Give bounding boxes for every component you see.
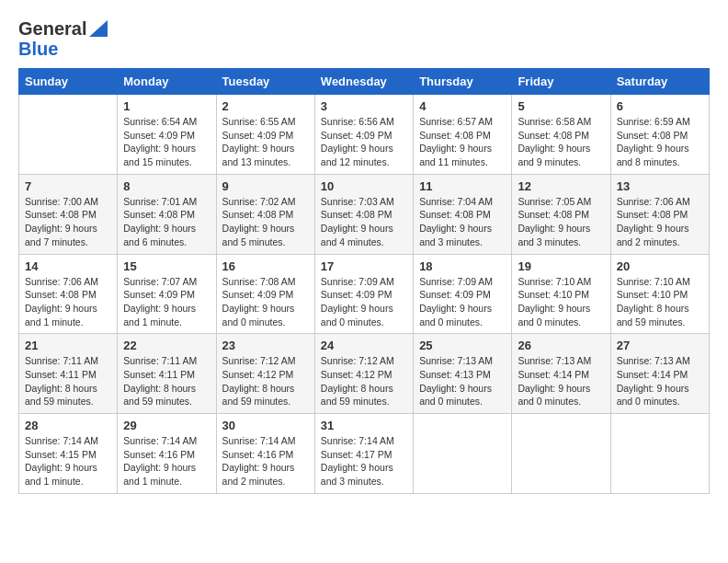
day-info: Sunrise: 6:58 AM Sunset: 4:08 PM Dayligh… [518,115,604,169]
calendar-cell: 10Sunrise: 7:03 AM Sunset: 4:08 PM Dayli… [314,174,413,254]
day-number: 22 [123,339,210,352]
day-info: Sunrise: 7:06 AM Sunset: 4:08 PM Dayligh… [617,195,703,249]
day-number: 20 [617,259,703,273]
day-info: Sunrise: 7:05 AM Sunset: 4:08 PM Dayligh… [518,195,604,249]
day-number: 24 [321,339,407,352]
day-number: 28 [25,419,111,432]
calendar-cell [19,95,118,175]
calendar-cell: 30Sunrise: 7:14 AM Sunset: 4:16 PM Dayli… [216,414,314,494]
day-number: 21 [25,339,111,352]
day-number: 14 [25,259,111,273]
day-info: Sunrise: 7:08 AM Sunset: 4:09 PM Dayligh… [222,275,309,329]
day-info: Sunrise: 7:10 AM Sunset: 4:10 PM Dayligh… [617,275,703,329]
header-day-sunday: Sunday [19,69,118,95]
calendar-cell: 26Sunrise: 7:13 AM Sunset: 4:14 PM Dayli… [512,334,610,414]
calendar-cell: 8Sunrise: 7:01 AM Sunset: 4:08 PM Daylig… [118,174,216,254]
day-info: Sunrise: 7:09 AM Sunset: 4:09 PM Dayligh… [419,275,506,329]
day-number: 17 [321,259,407,273]
logo-general-text: General [18,18,86,39]
calendar-cell: 1Sunrise: 6:54 AM Sunset: 4:09 PM Daylig… [118,95,216,175]
day-number: 2 [222,99,309,113]
calendar-cell [610,414,709,494]
logo-triangle-icon [89,20,108,37]
day-info: Sunrise: 7:11 AM Sunset: 4:11 PM Dayligh… [25,354,111,408]
day-number: 18 [419,259,506,273]
day-info: Sunrise: 7:00 AM Sunset: 4:08 PM Dayligh… [25,195,111,249]
day-number: 11 [419,179,506,193]
day-info: Sunrise: 6:57 AM Sunset: 4:08 PM Dayligh… [419,115,506,169]
day-number: 31 [321,419,407,432]
header-day-thursday: Thursday [414,69,512,95]
day-info: Sunrise: 7:14 AM Sunset: 4:16 PM Dayligh… [123,434,210,488]
day-number: 5 [518,99,604,113]
day-info: Sunrise: 7:12 AM Sunset: 4:12 PM Dayligh… [321,354,407,408]
day-info: Sunrise: 6:56 AM Sunset: 4:09 PM Dayligh… [321,115,407,169]
calendar-cell: 12Sunrise: 7:05 AM Sunset: 4:08 PM Dayli… [512,174,610,254]
header-day-friday: Friday [512,69,610,95]
day-number: 4 [419,99,506,113]
day-info: Sunrise: 7:01 AM Sunset: 4:08 PM Dayligh… [123,195,210,249]
calendar-cell [414,414,512,494]
week-row-4: 21Sunrise: 7:11 AM Sunset: 4:11 PM Dayli… [19,334,710,414]
calendar-cell: 5Sunrise: 6:58 AM Sunset: 4:08 PM Daylig… [512,95,610,175]
day-info: Sunrise: 7:14 AM Sunset: 4:17 PM Dayligh… [321,434,407,488]
day-number: 25 [419,339,506,352]
calendar-cell [512,414,610,494]
day-info: Sunrise: 7:04 AM Sunset: 4:08 PM Dayligh… [419,195,506,249]
day-info: Sunrise: 7:06 AM Sunset: 4:08 PM Dayligh… [25,275,111,329]
calendar-cell: 14Sunrise: 7:06 AM Sunset: 4:08 PM Dayli… [19,254,118,334]
week-row-5: 28Sunrise: 7:14 AM Sunset: 4:15 PM Dayli… [19,414,710,494]
calendar-cell: 31Sunrise: 7:14 AM Sunset: 4:17 PM Dayli… [314,414,413,494]
day-info: Sunrise: 6:55 AM Sunset: 4:09 PM Dayligh… [222,115,309,169]
day-number: 26 [518,339,604,352]
week-row-3: 14Sunrise: 7:06 AM Sunset: 4:08 PM Dayli… [19,254,710,334]
calendar-cell: 7Sunrise: 7:00 AM Sunset: 4:08 PM Daylig… [19,174,118,254]
calendar-cell: 18Sunrise: 7:09 AM Sunset: 4:09 PM Dayli… [414,254,512,334]
calendar-cell: 21Sunrise: 7:11 AM Sunset: 4:11 PM Dayli… [19,334,118,414]
day-info: Sunrise: 7:13 AM Sunset: 4:14 PM Dayligh… [617,354,703,408]
calendar-cell: 27Sunrise: 7:13 AM Sunset: 4:14 PM Dayli… [610,334,709,414]
day-info: Sunrise: 7:02 AM Sunset: 4:08 PM Dayligh… [222,195,309,249]
calendar-cell: 29Sunrise: 7:14 AM Sunset: 4:16 PM Dayli… [118,414,216,494]
calendar-cell: 11Sunrise: 7:04 AM Sunset: 4:08 PM Dayli… [414,174,512,254]
calendar-cell: 3Sunrise: 6:56 AM Sunset: 4:09 PM Daylig… [314,95,413,175]
day-info: Sunrise: 7:14 AM Sunset: 4:15 PM Dayligh… [25,434,111,488]
calendar-cell: 19Sunrise: 7:10 AM Sunset: 4:10 PM Dayli… [512,254,610,334]
day-number: 9 [222,179,309,193]
header-day-monday: Monday [118,69,216,95]
day-info: Sunrise: 7:12 AM Sunset: 4:12 PM Dayligh… [222,354,309,408]
calendar-cell: 17Sunrise: 7:09 AM Sunset: 4:09 PM Dayli… [314,254,413,334]
day-number: 19 [518,259,604,273]
day-info: Sunrise: 7:11 AM Sunset: 4:11 PM Dayligh… [123,354,210,408]
calendar-cell: 22Sunrise: 7:11 AM Sunset: 4:11 PM Dayli… [118,334,216,414]
calendar-cell: 25Sunrise: 7:13 AM Sunset: 4:13 PM Dayli… [414,334,512,414]
day-number: 10 [321,179,407,193]
day-info: Sunrise: 7:14 AM Sunset: 4:16 PM Dayligh… [222,434,309,488]
calendar-cell: 28Sunrise: 7:14 AM Sunset: 4:15 PM Dayli… [19,414,118,494]
calendar-cell: 9Sunrise: 7:02 AM Sunset: 4:08 PM Daylig… [216,174,314,254]
calendar-cell: 20Sunrise: 7:10 AM Sunset: 4:10 PM Dayli… [610,254,709,334]
day-number: 23 [222,339,309,352]
calendar-cell: 24Sunrise: 7:12 AM Sunset: 4:12 PM Dayli… [314,334,413,414]
header-day-saturday: Saturday [610,69,709,95]
day-number: 29 [123,419,210,432]
calendar-cell: 15Sunrise: 7:07 AM Sunset: 4:09 PM Dayli… [118,254,216,334]
day-number: 1 [123,99,210,113]
page-header: General Blue [18,18,710,59]
day-number: 16 [222,259,309,273]
day-info: Sunrise: 7:13 AM Sunset: 4:13 PM Dayligh… [419,354,506,408]
header-day-wednesday: Wednesday [314,69,413,95]
calendar-cell: 23Sunrise: 7:12 AM Sunset: 4:12 PM Dayli… [216,334,314,414]
day-number: 8 [123,179,210,193]
day-info: Sunrise: 7:09 AM Sunset: 4:09 PM Dayligh… [321,275,407,329]
svg-marker-0 [89,20,108,37]
day-info: Sunrise: 6:59 AM Sunset: 4:08 PM Dayligh… [617,115,703,169]
week-row-2: 7Sunrise: 7:00 AM Sunset: 4:08 PM Daylig… [19,174,710,254]
calendar-cell: 4Sunrise: 6:57 AM Sunset: 4:08 PM Daylig… [414,95,512,175]
day-number: 30 [222,419,309,432]
day-info: Sunrise: 7:13 AM Sunset: 4:14 PM Dayligh… [518,354,604,408]
day-info: Sunrise: 6:54 AM Sunset: 4:09 PM Dayligh… [123,115,210,169]
calendar-cell: 2Sunrise: 6:55 AM Sunset: 4:09 PM Daylig… [216,95,314,175]
calendar-header-row: SundayMondayTuesdayWednesdayThursdayFrid… [19,69,710,95]
day-number: 12 [518,179,604,193]
